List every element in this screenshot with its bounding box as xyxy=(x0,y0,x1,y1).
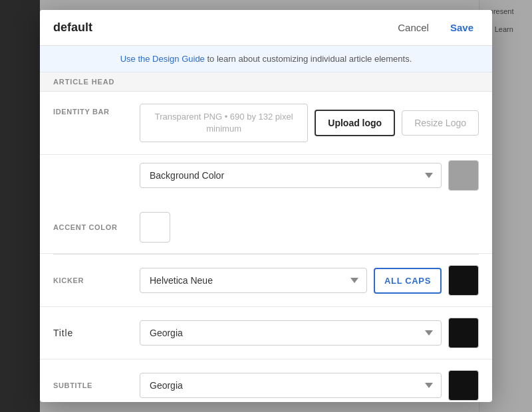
accent-color-swatch[interactable] xyxy=(140,212,170,243)
modal-header: default Cancel Save xyxy=(40,10,492,46)
upload-logo-button[interactable]: Upload logo xyxy=(315,110,395,136)
modal-dialog: default Cancel Save Use the Design Guide… xyxy=(40,10,492,402)
kicker-color-swatch[interactable] xyxy=(448,265,479,296)
title-color-swatch[interactable] xyxy=(448,318,479,348)
background-color-row: Background Color White Light Gray Dark G… xyxy=(40,155,492,201)
subtitle-row: SUBTITLE Georgia Helvetica Neue Arial xyxy=(40,360,492,402)
subtitle-color-swatch[interactable] xyxy=(448,370,479,401)
all-caps-button[interactable]: ALL CAPS xyxy=(374,268,442,294)
identity-bar-placeholder: Transparent PNG • 690 by 132 pixel minim… xyxy=(140,104,308,142)
modal-overlay: default Cancel Save Use the Design Guide… xyxy=(0,0,532,412)
title-controls: Georgia Helvetica Neue Arial xyxy=(140,318,479,348)
title-label: Title xyxy=(53,328,140,338)
bg-color-controls: Background Color White Light Gray Dark G… xyxy=(140,160,479,191)
background-color-swatch[interactable] xyxy=(448,160,479,191)
subtitle-font-dropdown[interactable]: Georgia Helvetica Neue Arial xyxy=(140,373,442,398)
modal-body: ARTICLE HEAD IDENTITY BAR Transparent PN… xyxy=(40,72,492,402)
modal-title: default xyxy=(53,21,92,35)
design-guide-banner: Use the Design Guide to learn about cust… xyxy=(40,46,492,72)
section-heading-article-head: ARTICLE HEAD xyxy=(40,72,492,92)
subtitle-label: SUBTITLE xyxy=(53,381,140,389)
accent-color-row: ACCENT COLOR xyxy=(40,201,492,254)
accent-color-label: ACCENT COLOR xyxy=(53,223,140,231)
title-row: Title Georgia Helvetica Neue Arial xyxy=(40,307,492,360)
resize-logo-button[interactable]: Resize Logo xyxy=(402,110,479,136)
design-guide-link[interactable]: Use the Design Guide xyxy=(120,54,205,64)
accent-color-controls xyxy=(140,212,479,243)
background-color-dropdown[interactable]: Background Color White Light Gray Dark G… xyxy=(140,163,442,188)
save-button[interactable]: Save xyxy=(445,19,479,36)
kicker-controls: Helvetica Neue Georgia Arial Times New R… xyxy=(140,265,479,296)
cancel-button[interactable]: Cancel xyxy=(392,19,434,36)
kicker-row: KICKER Helvetica Neue Georgia Arial Time… xyxy=(40,255,492,307)
subtitle-controls: Georgia Helvetica Neue Arial xyxy=(140,370,479,401)
identity-bar-row: IDENTITY BAR Transparent PNG • 690 by 13… xyxy=(40,92,492,155)
identity-bar-label: IDENTITY BAR xyxy=(53,104,140,116)
modal-header-actions: Cancel Save xyxy=(392,19,479,36)
identity-bar-controls: Transparent PNG • 690 by 132 pixel minim… xyxy=(140,104,479,142)
kicker-font-dropdown[interactable]: Helvetica Neue Georgia Arial Times New R… xyxy=(140,268,367,293)
banner-text: to learn about customizing individual ar… xyxy=(205,54,412,64)
title-font-dropdown[interactable]: Georgia Helvetica Neue Arial xyxy=(140,320,442,346)
kicker-label: KICKER xyxy=(53,276,140,284)
